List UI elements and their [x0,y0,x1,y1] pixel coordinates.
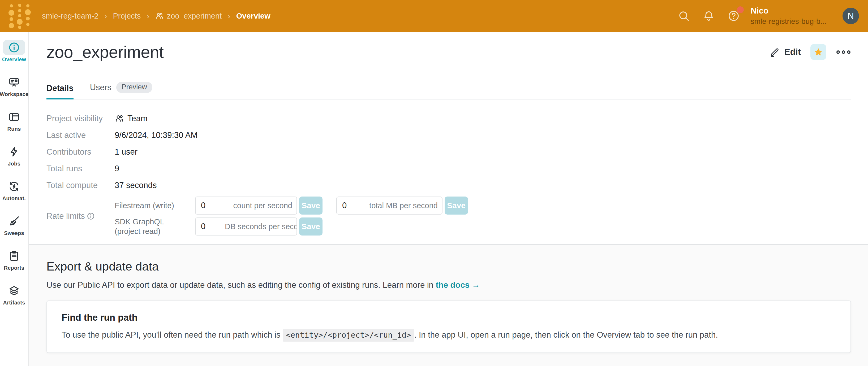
user-menu[interactable]: Nico smle-registries-bug-b... [751,6,827,26]
broom-icon [8,215,20,227]
chevron-right-icon: › [104,12,107,20]
sidebar-item-overview[interactable]: Overview [0,40,28,72]
wandb-logo[interactable] [8,3,31,29]
visibility-value: Team [127,114,148,123]
automation-cycle-icon [8,180,20,193]
preview-badge: Preview [116,82,152,93]
sidebar-pill [3,74,25,90]
table-icon [8,111,20,123]
export-description-text: Use our Public API to export data or upd… [46,280,436,290]
pencil-icon [770,47,780,57]
filestream-mb-input[interactable] [337,201,366,210]
sidebar-item-runs[interactable]: Runs [0,109,28,141]
breadcrumb-projects[interactable]: Projects [113,12,141,21]
breadcrumb-overview[interactable]: Overview [236,12,271,21]
detail-row-contributors: Contributors 1 user [46,143,851,160]
graphql-field: DB seconds per second Save [195,218,322,235]
top-navbar: smle-reg-team-2 › Projects › zoo_experim… [0,0,868,32]
bell-icon [702,9,715,22]
sidebar-item-artifacts[interactable]: Artifacts [0,283,28,315]
sidebar-pill [3,213,25,229]
save-button[interactable]: Save [299,218,322,235]
star-button[interactable] [810,44,826,60]
detail-row-last-active: Last active 9/6/2024, 10:39:30 AM [46,127,851,143]
user-org: smle-registries-bug-b... [751,17,827,26]
tab-users[interactable]: Users Preview [90,82,152,99]
detail-label: Last active [46,131,115,140]
sidebar-item-label: Automat. [2,196,26,202]
search-button[interactable] [677,9,690,22]
sidebar-item-jobs[interactable]: Jobs [0,144,28,176]
detail-value: Team [115,114,148,123]
sidebar-item-reports[interactable]: Reports [0,248,28,280]
export-description: Use our Public API to export data or upd… [46,280,851,290]
avatar[interactable]: N [842,8,859,24]
breadcrumb-project-label: zoo_experiment [167,12,222,21]
detail-label: Contributors [46,147,115,157]
sidebar-item-label: Artifacts [3,300,25,306]
detail-row-total-runs: Total runs 9 [46,160,851,177]
export-heading: Export & update data [46,260,851,273]
sidebar-item-automations[interactable]: Automat. [0,179,28,210]
more-options-button[interactable] [836,49,851,56]
sidebar-item-label: Reports [4,265,24,271]
sidebar-pill [3,248,25,264]
notifications-button[interactable] [702,9,715,22]
field-unit: DB seconds per second [225,222,297,231]
sidebar-pill [3,179,25,194]
lightning-icon [8,145,20,158]
rate-row-label: Filestream (write) [115,201,195,210]
tab-details-label: Details [46,84,73,93]
breadcrumb-project[interactable]: zoo_experiment [155,12,222,21]
save-button[interactable]: Save [445,197,468,214]
sidebar-item-label: Runs [7,126,21,132]
help-button[interactable] [727,9,740,22]
edit-button[interactable]: Edit [770,47,801,57]
run-path-text-before: To use the public API, you'll often need… [62,330,283,339]
run-path-card-title: Find the run path [62,312,837,323]
run-path-card-text: To use the public API, you'll often need… [62,330,837,340]
tab-users-label: Users [90,83,112,92]
workspace-board-icon [8,76,20,88]
export-section: Export & update data Use our Public API … [29,245,868,366]
sidebar-item-workspace[interactable]: Workspace [0,74,28,106]
detail-value: 9 [115,164,119,173]
rate-row-graphql: SDK GraphQL (project read) DB seconds pe… [115,217,468,236]
ellipsis-icon [842,51,845,54]
graphql-input[interactable] [196,222,225,231]
run-path-text-after: . In the app UI, open a run page, then c… [414,330,718,339]
rate-limits-label: Rate limits [46,211,115,221]
chevron-right-icon: › [147,12,150,20]
field-unit: total MB per second [369,201,442,210]
info-circle-icon [8,41,20,54]
layers-icon [8,285,20,297]
navbar-right: Nico smle-registries-bug-b... N [665,6,859,26]
graphql-label-line2: (project read) [115,227,160,235]
info-icon[interactable] [87,212,95,221]
details-list: Project visibility Team Last active 9/6/… [46,110,851,194]
filestream-count-input[interactable] [196,201,225,210]
chevron-right-icon: › [227,12,230,20]
edit-button-label: Edit [784,47,801,57]
ellipsis-icon [836,51,840,54]
breadcrumb-team[interactable]: smle-reg-team-2 [42,12,98,21]
detail-value: 9/6/2024, 10:39:30 AM [115,131,197,140]
tab-details[interactable]: Details [46,84,73,99]
sidebar-pill [3,144,25,159]
user-name: Nico [751,6,827,16]
save-button[interactable]: Save [299,197,322,214]
docs-link[interactable]: the docs → [436,280,480,290]
run-path-code: <entity>/<project>/<run_id> [283,329,414,342]
filestream-count-field: count per second Save [195,197,322,214]
detail-label: Project visibility [46,114,115,123]
rate-limits-label-text: Rate limits [46,211,85,221]
tab-bar: Details Users Preview [46,82,851,99]
detail-value: 1 user [115,147,137,157]
ellipsis-icon [847,51,850,54]
sidebar-item-sweeps[interactable]: Sweeps [0,213,28,245]
wandb-logo-dots [8,3,31,29]
detail-label: Total runs [46,164,115,173]
run-path-card: Find the run path To use the public API,… [46,300,851,353]
filestream-mb-field: total MB per second Save [336,197,468,214]
detail-label: Total compute [46,180,115,190]
